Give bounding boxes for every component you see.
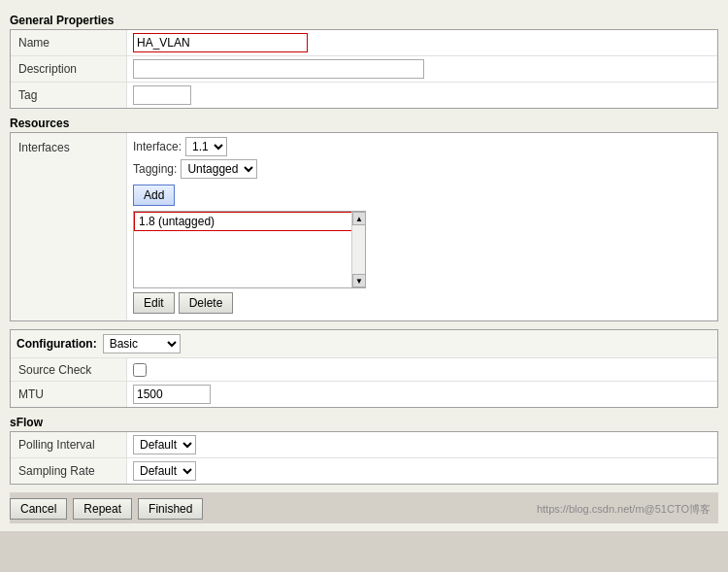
name-label: Name (11, 30, 127, 55)
sampling-rate-value: Default 100 200 (127, 458, 717, 484)
description-label: Description (11, 56, 127, 82)
resources-section: Interfaces Interface: 1.1 1.2 1.3 Taggin… (10, 132, 718, 321)
source-check-value (127, 360, 717, 380)
footer-buttons: Cancel Repeat Finished (10, 498, 203, 520)
mtu-value-cell (127, 382, 717, 407)
source-check-checkbox[interactable] (133, 363, 147, 377)
interface-select[interactable]: 1.1 1.2 1.3 (185, 137, 227, 156)
general-properties-title: General Properties (10, 14, 718, 27)
tag-label: Tag (11, 83, 127, 108)
mtu-row: MTU (11, 382, 717, 407)
cancel-button[interactable]: Cancel (10, 498, 67, 520)
source-check-label: Source Check (11, 358, 127, 381)
watermark: https://blog.csdn.net/m@51CTO博客 (537, 502, 718, 517)
general-properties-section: Name Description Tag (10, 29, 718, 109)
scrollbar-up[interactable]: ▲ (352, 212, 366, 225)
interface-select-label: Interface: (133, 140, 182, 153)
sampling-rate-row: Sampling Rate Default 100 200 (11, 458, 717, 484)
sflow-section: Polling Interval Default 10 20 30 Sampli… (10, 431, 718, 485)
polling-interval-select[interactable]: Default 10 20 30 (133, 435, 196, 454)
resources-title: Resources (10, 117, 718, 130)
interfaces-label: Interfaces (11, 133, 127, 320)
sampling-rate-label: Sampling Rate (11, 458, 127, 484)
name-input[interactable] (133, 33, 308, 52)
edit-delete-row: Edit Delete (133, 292, 711, 314)
scrollbar-down[interactable]: ▼ (352, 274, 366, 287)
sflow-title: sFlow (10, 416, 718, 429)
interfaces-row: Interfaces Interface: 1.1 1.2 1.3 Taggin… (11, 133, 717, 320)
configuration-label: Configuration: (17, 337, 97, 351)
polling-interval-label: Polling Interval (11, 432, 127, 457)
name-row: Name (11, 30, 717, 56)
tag-value-cell (127, 83, 717, 108)
description-row: Description (11, 56, 717, 83)
mtu-input[interactable] (133, 385, 211, 404)
interfaces-content: Interface: 1.1 1.2 1.3 Tagging: Untagged… (127, 133, 717, 320)
interfaces-list[interactable]: 1.8 (untagged) ▲ ▼ (133, 211, 366, 288)
tag-row: Tag (11, 83, 717, 108)
delete-button[interactable]: Delete (179, 292, 234, 314)
sampling-rate-select[interactable]: Default 100 200 (133, 461, 196, 481)
configuration-section: Configuration: Basic Advanced Source Che… (10, 329, 718, 408)
finished-button[interactable]: Finished (138, 498, 203, 520)
mtu-label: MTU (11, 382, 127, 407)
footer-bar: Cancel Repeat Finished https://blog.csdn… (10, 492, 718, 523)
name-value-cell (127, 30, 717, 55)
tagging-select-row: Tagging: Untagged Tagged (133, 159, 711, 179)
tag-input[interactable] (133, 85, 191, 105)
description-value-cell (127, 56, 717, 82)
add-button-row: Add (133, 182, 711, 209)
interface-select-row: Interface: 1.1 1.2 1.3 (133, 137, 711, 156)
add-button[interactable]: Add (133, 185, 175, 206)
source-check-row: Source Check (11, 358, 717, 382)
edit-button[interactable]: Edit (133, 292, 175, 314)
configuration-mode-select[interactable]: Basic Advanced (103, 334, 181, 353)
polling-interval-value: Default 10 20 30 (127, 432, 717, 457)
configuration-header: Configuration: Basic Advanced (11, 330, 717, 358)
tagging-select[interactable]: Untagged Tagged (181, 159, 257, 179)
list-scrollbar[interactable]: ▲ ▼ (351, 212, 365, 287)
polling-interval-row: Polling Interval Default 10 20 30 (11, 432, 717, 458)
description-input[interactable] (133, 59, 424, 79)
list-item[interactable]: 1.8 (untagged) (134, 212, 365, 231)
repeat-button[interactable]: Repeat (73, 498, 132, 520)
tagging-select-label: Tagging: (133, 162, 177, 176)
